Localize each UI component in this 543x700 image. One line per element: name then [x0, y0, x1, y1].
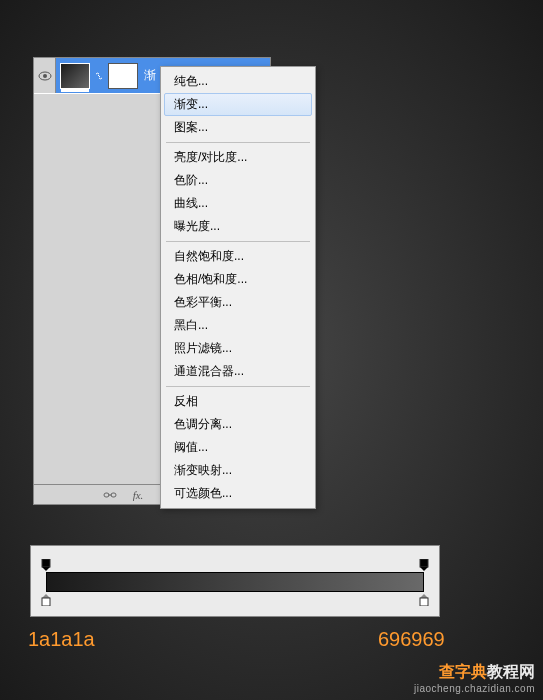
watermark: 查字典教程网 jiaocheng.chazidian.com — [414, 662, 535, 694]
menu-item-color-balance[interactable]: 色彩平衡... — [164, 291, 312, 314]
menu-item-selective-color[interactable]: 可选颜色... — [164, 482, 312, 505]
menu-item-brightness-contrast[interactable]: 亮度/对比度... — [164, 146, 312, 169]
visibility-toggle[interactable] — [34, 58, 56, 93]
svg-marker-11 — [420, 567, 428, 571]
menu-item-gradient[interactable]: 渐变... — [164, 93, 312, 116]
menu-item-hue-saturation[interactable]: 色相/饱和度... — [164, 268, 312, 291]
menu-item-photo-filter[interactable]: 照片滤镜... — [164, 337, 312, 360]
menu-item-vibrance[interactable]: 自然饱和度... — [164, 245, 312, 268]
watermark-brand-suffix: 教程网 — [487, 663, 535, 680]
menu-item-curves[interactable]: 曲线... — [164, 192, 312, 215]
menu-separator — [166, 241, 310, 242]
layer-thumbnail[interactable] — [60, 63, 90, 89]
opacity-stop-left[interactable] — [41, 559, 51, 571]
link-layers-icon[interactable] — [102, 488, 118, 502]
menu-item-invert[interactable]: 反相 — [164, 390, 312, 413]
watermark-brand-cn: 查字典 — [439, 663, 487, 680]
link-icon — [93, 70, 105, 82]
left-color-hex: 1a1a1a — [28, 628, 95, 651]
svg-rect-8 — [42, 559, 50, 567]
svg-marker-12 — [42, 594, 50, 598]
layer-name: 渐 — [144, 67, 156, 84]
menu-item-gradient-map[interactable]: 渐变映射... — [164, 459, 312, 482]
menu-item-posterize[interactable]: 色调分离... — [164, 413, 312, 436]
menu-separator — [166, 386, 310, 387]
color-stop-right[interactable] — [419, 594, 429, 606]
menu-item-levels[interactable]: 色阶... — [164, 169, 312, 192]
svg-rect-15 — [420, 598, 428, 606]
mask-thumbnail[interactable] — [108, 63, 138, 89]
gradient-bar[interactable] — [46, 572, 424, 592]
menu-item-exposure[interactable]: 曝光度... — [164, 215, 312, 238]
gradient-editor — [30, 545, 440, 617]
right-color-hex: 696969 — [378, 628, 445, 651]
menu-item-black-white[interactable]: 黑白... — [164, 314, 312, 337]
svg-marker-9 — [42, 567, 50, 571]
menu-item-solid-color[interactable]: 纯色... — [164, 70, 312, 93]
watermark-brand: 查字典教程网 — [414, 662, 535, 683]
menu-item-channel-mixer[interactable]: 通道混合器... — [164, 360, 312, 383]
eye-icon — [38, 71, 52, 81]
svg-rect-13 — [42, 598, 50, 606]
svg-marker-14 — [420, 594, 428, 598]
svg-rect-10 — [420, 559, 428, 567]
menu-separator — [166, 142, 310, 143]
adjustment-menu: 纯色... 渐变... 图案... 亮度/对比度... 色阶... 曲线... … — [160, 66, 316, 509]
menu-item-pattern[interactable]: 图案... — [164, 116, 312, 139]
svg-point-1 — [43, 74, 47, 78]
fx-icon[interactable]: fx. — [130, 488, 146, 502]
opacity-stop-right[interactable] — [419, 559, 429, 571]
color-stop-left[interactable] — [41, 594, 51, 606]
menu-item-threshold[interactable]: 阈值... — [164, 436, 312, 459]
watermark-url: jiaocheng.chazidian.com — [414, 683, 535, 694]
